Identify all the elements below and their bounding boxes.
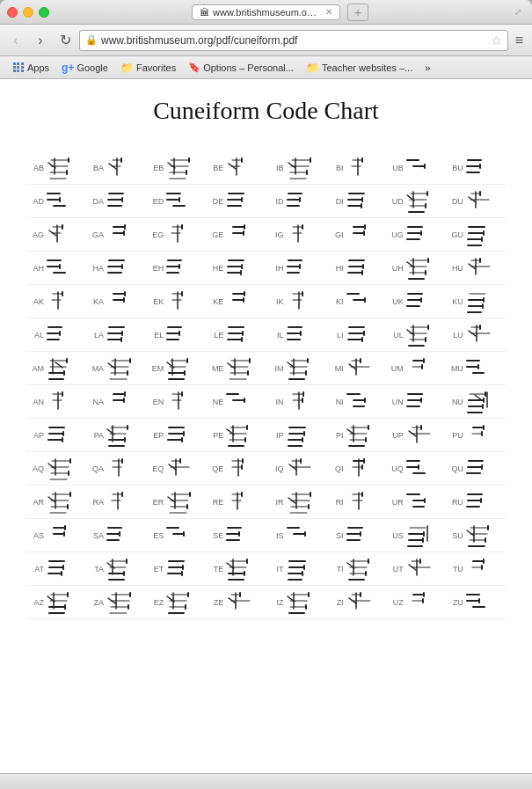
cuneiform-glyph [346,457,377,480]
cuneiform-glyph [346,223,377,246]
url-input[interactable] [101,34,487,47]
cuneiform-glyph [165,424,197,447]
cuneiform-glyph [286,290,317,313]
cuneiform-glyph [405,524,437,547]
cell-code-label: AT [26,565,44,573]
cuneiform-glyph [225,524,257,547]
bookmark-teacher-websites[interactable]: 📁 Teacher websites –... [301,60,418,76]
page-scroll[interactable]: Cuneiform Code Chart ABBAEBBEIBBIUBBUADD… [0,79,532,773]
cuneiform-glyph [405,424,437,447]
cell-code-label: AR [26,498,44,507]
cell-code-label: IR [266,498,284,507]
cuneiform-glyph [165,324,197,347]
reload-button[interactable]: ↻ [55,30,76,51]
maximize-button[interactable] [39,7,49,18]
cuneiform-glyph [106,591,137,614]
cell-code-label: LI [326,331,344,340]
google-icon: g+ [62,62,74,74]
cell-code-label: IG [266,230,284,239]
cell-code-label: LE [206,331,223,340]
cell-code-label: UL [386,331,404,340]
cuneiform-glyph [106,324,137,347]
cuneiform-glyph [465,524,497,547]
cuneiform-glyph [346,424,377,447]
cell-code-label: NU [446,398,463,406]
lock-icon: 🔒 [85,34,98,46]
apps-grid-icon [12,62,25,74]
table-row: AHHAEHHEIHHIUHHU [26,252,506,285]
cuneiform-glyph [165,223,197,246]
cuneiform-glyph [225,190,257,213]
cuneiform-glyph [286,424,317,447]
cell-code-label: HI [326,264,344,273]
cell-code-label: IS [266,531,284,540]
new-tab-button[interactable]: + [347,4,368,21]
bookmark-favorites[interactable]: 📁 Favorites [115,60,181,76]
cuneiform-glyph [46,157,77,179]
table-row: APPAEPPEIPPIUPPU [26,419,506,452]
cell-code-label: GE [206,230,223,239]
cell-code-label: DI [326,197,344,206]
table-row: AMMAEMMEIMMIUMMU [26,352,506,385]
table-row: ATTAETTEITTIUTTU [26,552,506,586]
cuneiform-glyph [405,223,437,246]
back-button[interactable]: ‹ [5,30,26,51]
cuneiform-glyph [165,491,197,514]
tab-close-icon[interactable]: ✕ [325,7,332,17]
bookmark-options-label: Options – Personal... [203,62,294,73]
cell-code-label: BI [326,164,344,172]
bookmark-apps-label: Apps [27,62,49,73]
cuneiform-glyph [46,257,77,280]
cuneiform-glyph [465,558,497,581]
cuneiform-glyph [46,591,77,614]
cell-code-label: ZE [206,598,223,607]
close-button[interactable] [7,7,18,18]
chart-title: Cuneiform Code Chart [26,97,506,125]
cuneiform-glyph [225,591,257,614]
cell-code-label: AS [26,531,44,540]
cell-code-label: LU [446,331,463,340]
cell-code-label: HA [86,264,104,273]
cuneiform-glyph [286,190,317,213]
cuneiform-glyph [165,357,197,380]
cell-code-label: UR [386,498,404,507]
cuneiform-glyph [165,591,197,614]
cuneiform-glyph [165,290,197,313]
svg-line-489 [467,530,474,536]
svg-line-33 [288,163,295,168]
cell-code-label: LA [86,331,104,340]
cuneiform-glyph [46,324,77,347]
cell-code-label: AG [26,230,44,239]
cuneiform-glyph [465,357,497,380]
cell-code-label: GA [86,230,104,239]
cell-code-label: UK [386,297,404,306]
cuneiform-glyph [286,391,317,413]
bookmark-more[interactable]: » [419,61,435,75]
cuneiform-glyph [106,190,137,213]
bookmark-google[interactable]: g+ Google [56,60,113,76]
cell-code-label: BU [446,164,463,172]
table-row: ANNAENNEINNIUNNU [26,385,506,419]
tab-title: www.britishmuseum.org/p... [213,7,318,18]
bookmark-options-personal[interactable]: 🔖 Options – Personal... [183,60,299,75]
bookmark-apps[interactable]: Apps [7,60,55,76]
cell-code-label: ZU [446,598,463,607]
cuneiform-glyph [106,457,137,480]
cuneiform-glyph [165,257,197,280]
forward-button[interactable]: › [30,30,51,51]
bookmark-teacher-label: Teacher websites –... [322,62,412,73]
cell-code-label: TA [86,565,104,573]
bookmark-star-icon[interactable]: ☆ [491,33,502,47]
cuneiform-glyph [465,190,497,213]
cuneiform-glyph [346,357,377,380]
address-bar[interactable]: 🔒 ☆ [79,30,508,51]
cell-code-label: UZ [386,598,404,607]
cell-code-label: DE [206,197,223,206]
cuneiform-glyph [465,157,497,179]
cuneiform-glyph [405,190,437,213]
menu-button[interactable]: ≡ [512,33,527,48]
cuneiform-glyph [465,324,497,347]
cell-code-label: GU [446,230,463,239]
active-tab[interactable]: 🏛 www.britishmuseum.org/p... ✕ [192,4,340,20]
minimize-button[interactable] [23,7,33,18]
